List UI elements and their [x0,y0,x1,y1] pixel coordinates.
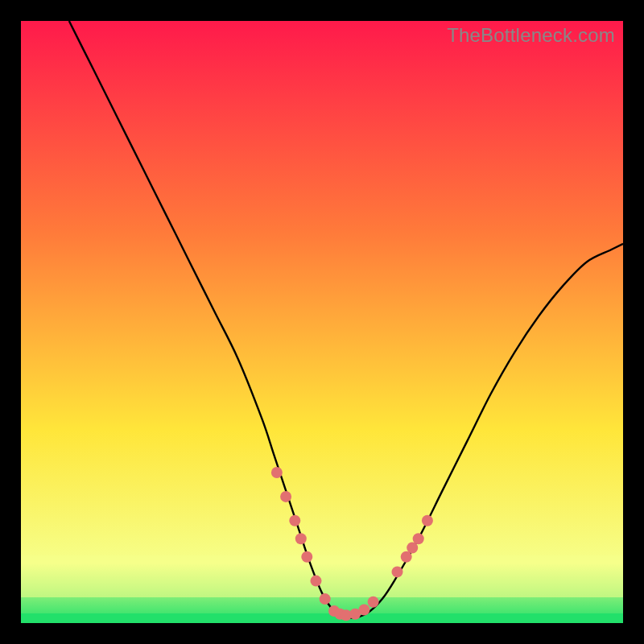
highlight-dot [358,605,369,616]
highlight-dot [368,597,379,608]
highlight-dot [301,551,312,563]
highlight-dot [413,533,424,544]
highlight-dot [311,576,322,587]
gradient-background [21,21,623,623]
highlight-dot [392,566,403,577]
chart-frame: TheBottleneck.com [0,0,644,644]
chart-plot-area: TheBottleneck.com [21,21,623,623]
highlight-dot [295,533,307,544]
green-baseline-strip [21,613,623,623]
highlight-dot [289,515,300,526]
highlight-dot [320,593,331,605]
highlight-dot [280,491,291,502]
highlight-dot [271,467,283,478]
watermark-text: TheBottleneck.com [447,24,615,47]
chart-svg [21,21,623,623]
highlight-dot [422,515,433,526]
